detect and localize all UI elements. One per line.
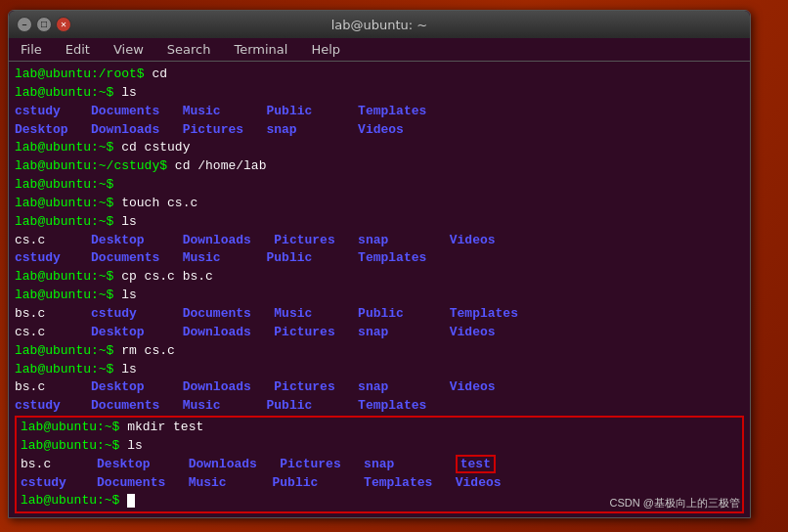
- prompt: lab@ubuntu:~$: [15, 214, 121, 229]
- ls-output: cstudy Documents Music Public Templates: [15, 103, 744, 121]
- terminal-line: lab@ubuntu:~$ ls: [15, 361, 744, 379]
- ls-output: bs.c Desktop Downloads Pictures snap Vid…: [15, 378, 744, 397]
- terminal-line: lab@ubuntu:/root$ cd: [15, 66, 744, 84]
- ls-output: bs.c cstudy Documents Music Public Templ…: [15, 305, 744, 324]
- window-title: lab@ubuntu: ~: [75, 18, 683, 32]
- command: touch cs.c: [121, 196, 197, 210]
- close-button[interactable]: ✕: [56, 17, 71, 32]
- prompt: lab@ubuntu:~$: [15, 288, 121, 302]
- command: mkdir test: [127, 420, 203, 434]
- terminal-line: lab@ubuntu:~$ touch cs.c: [15, 195, 744, 213]
- desktop: – □ ✕ lab@ubuntu: ~ File Edit View Searc…: [0, 0, 788, 532]
- ls-output: cstudy Documents Music Public Templates …: [21, 474, 738, 493]
- menu-help[interactable]: Help: [307, 40, 344, 59]
- terminal-line: lab@ubuntu:~$ ls: [15, 287, 744, 305]
- ls-output: cs.c Desktop Downloads Pictures snap Vid…: [15, 324, 744, 342]
- ls-output: Desktop Downloads Pictures snap Videos: [15, 121, 744, 140]
- terminal-line: lab@ubuntu:~$ cd cstudy: [15, 139, 744, 157]
- terminal-body[interactable]: lab@ubuntu:/root$ cd lab@ubuntu:~$ ls cs…: [9, 62, 750, 517]
- test-dir-highlight: test: [456, 455, 496, 473]
- command: cd cstudy: [121, 140, 190, 155]
- terminal-line: lab@ubuntu:~$ rm cs.c: [15, 342, 744, 361]
- prompt: lab@ubuntu:~$: [15, 140, 121, 155]
- command: ls: [121, 362, 137, 377]
- ls-output: cs.c Desktop Downloads Pictures snap Vid…: [15, 232, 744, 250]
- ls-output: bs.c Desktop Downloads Pictures snap tes…: [21, 456, 738, 474]
- minimize-button[interactable]: –: [17, 17, 32, 32]
- menu-bar: File Edit View Search Terminal Help: [9, 38, 750, 62]
- cursor: [127, 494, 135, 508]
- prompt: lab@ubuntu:~$: [15, 196, 121, 210]
- title-bar: – □ ✕ lab@ubuntu: ~: [9, 11, 750, 38]
- prompt: lab@ubuntu:~/cstudy$: [15, 158, 175, 173]
- command: cd: [152, 66, 167, 81]
- terminal-line: lab@ubuntu:~$ cp cs.c bs.c: [15, 268, 744, 287]
- terminal-line: lab@ubuntu:~$ ls: [21, 437, 738, 456]
- terminal-line: lab@ubuntu:~$ ls: [15, 84, 744, 103]
- command: rm cs.c: [121, 343, 175, 358]
- prompt: lab@ubuntu:~$: [15, 177, 113, 192]
- terminal-window: – □ ✕ lab@ubuntu: ~ File Edit View Searc…: [8, 10, 751, 518]
- prompt: lab@ubuntu:/root$: [15, 66, 152, 81]
- command: ls: [121, 214, 137, 229]
- ls-output: cstudy Documents Music Public Templates: [15, 397, 744, 416]
- prompt: lab@ubuntu:~$: [15, 343, 121, 358]
- ls-output: cstudy Documents Music Public Templates: [15, 249, 744, 268]
- prompt: lab@ubuntu:~$: [21, 438, 127, 453]
- command: cp cs.c bs.c: [121, 269, 213, 284]
- prompt: lab@ubuntu:~$: [15, 362, 121, 377]
- maximize-button[interactable]: □: [36, 17, 52, 32]
- watermark: CSDN @基极向上的三极管: [610, 496, 740, 511]
- prompt: lab@ubuntu:~$: [15, 269, 121, 284]
- menu-file[interactable]: File: [17, 40, 46, 59]
- prompt: lab@ubuntu:~$: [15, 85, 121, 100]
- prompt: lab@ubuntu:~$: [21, 420, 127, 434]
- menu-edit[interactable]: Edit: [62, 40, 94, 59]
- command: ls: [121, 288, 137, 302]
- command: ls: [121, 85, 137, 100]
- menu-terminal[interactable]: Terminal: [230, 40, 291, 59]
- command: ls: [127, 438, 143, 453]
- terminal-line: lab@ubuntu:~$: [15, 176, 744, 195]
- menu-view[interactable]: View: [109, 40, 148, 59]
- terminal-line: lab@ubuntu:~/cstudy$ cd /home/lab: [15, 157, 744, 176]
- terminal-line: lab@ubuntu:~$ mkdir test: [21, 419, 738, 437]
- command: cd /home/lab: [175, 158, 267, 173]
- prompt: lab@ubuntu:~$: [21, 493, 127, 508]
- menu-search[interactable]: Search: [163, 40, 215, 59]
- terminal-line: lab@ubuntu:~$ ls: [15, 213, 744, 232]
